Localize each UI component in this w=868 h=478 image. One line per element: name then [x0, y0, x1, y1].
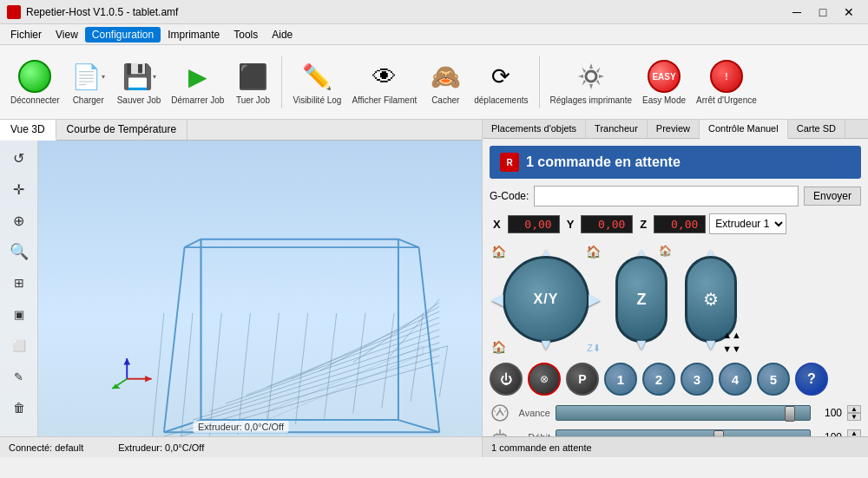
demarrer-job-button[interactable]: ▶ Démarrer Job [168, 56, 227, 108]
edit-button[interactable]: ✎ [5, 363, 33, 390]
menu-aide[interactable]: Aide [265, 27, 299, 43]
menubar: Fichier View Configuration Imprimante To… [0, 24, 868, 45]
flow-icon [490, 428, 510, 436]
reglages-imprimante-button[interactable]: Réglages imprimante [547, 56, 636, 108]
svg-line-25 [439, 346, 447, 397]
z-down-button[interactable]: ▼ [634, 336, 649, 354]
avance-track[interactable] [556, 405, 811, 421]
num2-button[interactable]: 2 [642, 363, 675, 396]
svg-line-18 [238, 313, 250, 435]
xy-down-button[interactable]: ▼ [538, 336, 554, 354]
svg-point-45 [492, 405, 508, 421]
num4-button[interactable]: 4 [719, 363, 752, 396]
sauver-dropdown[interactable]: ▾ [153, 73, 156, 81]
view3d-button[interactable]: ▣ [5, 300, 33, 328]
delete-button[interactable]: 🗑 [5, 394, 33, 422]
home-z-bottom[interactable]: Z⬇ [587, 343, 601, 354]
home-xy-bl[interactable]: 🏠 [491, 340, 506, 354]
fit-button[interactable]: ⊞ [5, 269, 33, 297]
debit-thumb[interactable] [713, 430, 724, 436]
parking-button[interactable]: P [566, 363, 599, 396]
xy-right-button[interactable]: ▶ [589, 290, 601, 309]
deplacements-button[interactable]: ⟳ déplacements [470, 56, 531, 108]
xy-joystick-body[interactable]: X/Y [503, 256, 589, 343]
left-tab-bar: Vue 3D Courbe de Température [0, 120, 482, 141]
home-xy-tl[interactable]: 🏠 [491, 245, 506, 259]
debit-spin-up[interactable]: ▲ [847, 429, 861, 436]
x-value: 0,00 [508, 215, 560, 233]
power-ctrl-button[interactable]: ⏻ [490, 363, 523, 396]
sauver-job-button[interactable]: 💾 ▾ Sauver Job [114, 56, 165, 108]
svg-marker-40 [145, 376, 152, 383]
box-button[interactable]: ⬜ [5, 331, 33, 359]
fan-icon: ⊗ [540, 373, 549, 385]
visibilite-log-button[interactable]: ✏️ Visibilité Log [289, 56, 345, 108]
xy-joystick: 🏠 🏠 ▲ X/Y ◀ [490, 243, 602, 356]
deconnecter-label: Déconnecter [10, 95, 60, 105]
afficher-filament-button[interactable]: 👁 Afficher Filament [348, 56, 420, 108]
num1-button[interactable]: 1 [604, 363, 637, 396]
help-icon: ? [807, 371, 816, 387]
fan-button[interactable]: ⊗ [528, 363, 561, 396]
tab-preview[interactable]: Preview [648, 120, 700, 138]
maximize-button[interactable]: □ [811, 3, 835, 21]
extruder-select[interactable]: Extrudeur 1 Extrudeur 2 [709, 213, 786, 234]
z-home-button[interactable]: 🏠 [659, 245, 672, 257]
rep-badge: R [500, 153, 519, 172]
zoom-in-button[interactable]: 🔍 [5, 238, 33, 265]
num3-button[interactable]: 3 [681, 363, 713, 396]
charger-button[interactable]: 📄 ▾ Charger [67, 56, 110, 108]
tab-placements[interactable]: Placements d'objets [483, 120, 586, 138]
3d-viewport[interactable]: ↺ ✛ ⊕ 🔍 ⊞ ▣ ⬜ ✎ 🗑 Extrudeur: 0,0°C/Off [0, 141, 482, 436]
deconnecter-button[interactable]: Déconnecter [7, 56, 63, 108]
move-button[interactable]: ✛ [5, 175, 33, 203]
menu-tools[interactable]: Tools [227, 27, 265, 43]
svg-line-31 [185, 239, 201, 247]
svg-point-0 [586, 71, 596, 82]
easy-mode-button[interactable]: EASY Easy Mode [639, 56, 689, 108]
tab-vue3d[interactable]: Vue 3D [0, 120, 56, 141]
arret-urgence-button[interactable]: ! Arrêt d'Urgence [693, 56, 760, 108]
tab-controle-manuel[interactable]: Contrôle Manuel [700, 120, 788, 139]
rotate-button[interactable]: ↺ [5, 144, 33, 172]
tab-courbe-temperature[interactable]: Courbe de Température [56, 120, 188, 140]
avance-spin-up[interactable]: ▲ [847, 405, 861, 413]
menu-imprimante[interactable]: Imprimante [161, 27, 227, 43]
send-button[interactable]: Envoyer [804, 187, 861, 206]
tuer-job-button[interactable]: ⬛ Tuer Job [231, 56, 274, 108]
num5-button[interactable]: 5 [757, 363, 790, 396]
cacher-button[interactable]: 🙈 Cacher [424, 56, 467, 108]
tab-trancheur[interactable]: Trancheur [586, 120, 648, 138]
menu-configuration[interactable]: Configuration [85, 27, 161, 43]
debit-track[interactable] [556, 429, 811, 436]
help-button[interactable]: ? [795, 363, 828, 396]
tuer-job-label: Tuer Job [236, 95, 270, 105]
tab-carte-sd[interactable]: Carte SD [788, 120, 845, 138]
pan-button[interactable]: ⊕ [5, 206, 33, 234]
num4-label: 4 [732, 372, 739, 387]
right-arrow-icon: ▶ [589, 290, 601, 309]
svg-line-48 [504, 410, 506, 412]
menu-view[interactable]: View [49, 27, 85, 43]
e-extra-down[interactable]: ▼▼ [722, 344, 741, 354]
avance-thumb[interactable] [785, 406, 795, 422]
charger-dropdown[interactable]: ▾ [102, 73, 105, 81]
e-extra-up[interactable]: ▲▲ [722, 330, 741, 340]
close-button[interactable]: ✕ [837, 3, 861, 21]
e-extra-up-icon: ▲▲ [722, 330, 741, 340]
minimize-button[interactable]: ─ [785, 3, 809, 21]
y-label: Y [563, 218, 578, 231]
z-joystick: ▲ Z ▼ 🏠 [611, 243, 672, 356]
z-joystick-body[interactable]: Z [615, 256, 667, 343]
num2-label: 2 [655, 372, 662, 387]
avance-row: Avance 100 ▲ ▼ [490, 403, 861, 423]
avance-spin-down[interactable]: ▼ [847, 413, 861, 421]
menu-fichier[interactable]: Fichier [3, 27, 49, 43]
e-down-button[interactable]: ▼ [703, 336, 719, 354]
svg-marker-26 [201, 239, 398, 420]
xy-left-button[interactable]: ◀ [491, 290, 503, 309]
home-xy-tr[interactable]: 🏠 [586, 245, 601, 259]
gcode-input[interactable] [534, 186, 799, 206]
titlebar: Repetier-Host V1.0.5 - tablet.amf ─ □ ✕ [0, 0, 868, 24]
extruder-status: Extrudeur: 0,0°C/Off [193, 421, 289, 433]
